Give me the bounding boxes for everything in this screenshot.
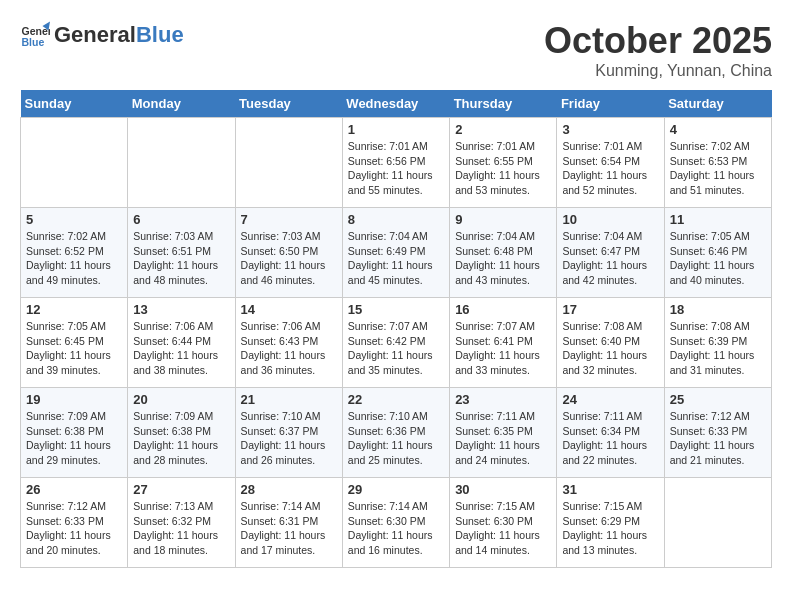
day-info: Sunrise: 7:05 AMSunset: 6:46 PMDaylight:…: [670, 229, 766, 288]
calendar-table: SundayMondayTuesdayWednesdayThursdayFrid…: [20, 90, 772, 568]
calendar-cell: 23Sunrise: 7:11 AMSunset: 6:35 PMDayligh…: [450, 388, 557, 478]
day-info: Sunrise: 7:10 AMSunset: 6:36 PMDaylight:…: [348, 409, 444, 468]
day-number: 3: [562, 122, 658, 137]
day-info: Sunrise: 7:07 AMSunset: 6:41 PMDaylight:…: [455, 319, 551, 378]
calendar-cell: [664, 478, 771, 568]
calendar-cell: 22Sunrise: 7:10 AMSunset: 6:36 PMDayligh…: [342, 388, 449, 478]
calendar-week-3: 12Sunrise: 7:05 AMSunset: 6:45 PMDayligh…: [21, 298, 772, 388]
weekday-header-wednesday: Wednesday: [342, 90, 449, 118]
calendar-cell: 21Sunrise: 7:10 AMSunset: 6:37 PMDayligh…: [235, 388, 342, 478]
day-number: 6: [133, 212, 229, 227]
day-number: 11: [670, 212, 766, 227]
day-info: Sunrise: 7:12 AMSunset: 6:33 PMDaylight:…: [670, 409, 766, 468]
day-info: Sunrise: 7:09 AMSunset: 6:38 PMDaylight:…: [26, 409, 122, 468]
day-info: Sunrise: 7:14 AMSunset: 6:31 PMDaylight:…: [241, 499, 337, 558]
day-info: Sunrise: 7:08 AMSunset: 6:40 PMDaylight:…: [562, 319, 658, 378]
day-number: 22: [348, 392, 444, 407]
day-info: Sunrise: 7:06 AMSunset: 6:44 PMDaylight:…: [133, 319, 229, 378]
weekday-header-saturday: Saturday: [664, 90, 771, 118]
calendar-cell: 31Sunrise: 7:15 AMSunset: 6:29 PMDayligh…: [557, 478, 664, 568]
day-number: 25: [670, 392, 766, 407]
calendar-cell: 11Sunrise: 7:05 AMSunset: 6:46 PMDayligh…: [664, 208, 771, 298]
day-info: Sunrise: 7:11 AMSunset: 6:35 PMDaylight:…: [455, 409, 551, 468]
calendar-cell: 1Sunrise: 7:01 AMSunset: 6:56 PMDaylight…: [342, 118, 449, 208]
day-number: 9: [455, 212, 551, 227]
calendar-cell: [235, 118, 342, 208]
day-number: 30: [455, 482, 551, 497]
calendar-cell: 6Sunrise: 7:03 AMSunset: 6:51 PMDaylight…: [128, 208, 235, 298]
day-number: 24: [562, 392, 658, 407]
day-info: Sunrise: 7:08 AMSunset: 6:39 PMDaylight:…: [670, 319, 766, 378]
day-info: Sunrise: 7:05 AMSunset: 6:45 PMDaylight:…: [26, 319, 122, 378]
day-number: 29: [348, 482, 444, 497]
day-info: Sunrise: 7:04 AMSunset: 6:47 PMDaylight:…: [562, 229, 658, 288]
calendar-cell: 27Sunrise: 7:13 AMSunset: 6:32 PMDayligh…: [128, 478, 235, 568]
calendar-cell: 3Sunrise: 7:01 AMSunset: 6:54 PMDaylight…: [557, 118, 664, 208]
day-info: Sunrise: 7:07 AMSunset: 6:42 PMDaylight:…: [348, 319, 444, 378]
day-number: 27: [133, 482, 229, 497]
day-info: Sunrise: 7:12 AMSunset: 6:33 PMDaylight:…: [26, 499, 122, 558]
calendar-cell: 14Sunrise: 7:06 AMSunset: 6:43 PMDayligh…: [235, 298, 342, 388]
day-info: Sunrise: 7:09 AMSunset: 6:38 PMDaylight:…: [133, 409, 229, 468]
day-number: 21: [241, 392, 337, 407]
calendar-cell: 2Sunrise: 7:01 AMSunset: 6:55 PMDaylight…: [450, 118, 557, 208]
calendar-cell: 25Sunrise: 7:12 AMSunset: 6:33 PMDayligh…: [664, 388, 771, 478]
calendar-cell: 17Sunrise: 7:08 AMSunset: 6:40 PMDayligh…: [557, 298, 664, 388]
day-number: 8: [348, 212, 444, 227]
location: Kunming, Yunnan, China: [544, 62, 772, 80]
day-number: 26: [26, 482, 122, 497]
day-info: Sunrise: 7:01 AMSunset: 6:56 PMDaylight:…: [348, 139, 444, 198]
day-info: Sunrise: 7:04 AMSunset: 6:48 PMDaylight:…: [455, 229, 551, 288]
day-info: Sunrise: 7:01 AMSunset: 6:55 PMDaylight:…: [455, 139, 551, 198]
page-header: General Blue GeneralBlue October 2025 Ku…: [20, 20, 772, 80]
day-number: 31: [562, 482, 658, 497]
calendar-cell: 4Sunrise: 7:02 AMSunset: 6:53 PMDaylight…: [664, 118, 771, 208]
day-info: Sunrise: 7:10 AMSunset: 6:37 PMDaylight:…: [241, 409, 337, 468]
calendar-cell: 5Sunrise: 7:02 AMSunset: 6:52 PMDaylight…: [21, 208, 128, 298]
calendar-cell: 28Sunrise: 7:14 AMSunset: 6:31 PMDayligh…: [235, 478, 342, 568]
day-number: 18: [670, 302, 766, 317]
day-number: 12: [26, 302, 122, 317]
day-number: 23: [455, 392, 551, 407]
calendar-cell: 19Sunrise: 7:09 AMSunset: 6:38 PMDayligh…: [21, 388, 128, 478]
calendar-cell: 26Sunrise: 7:12 AMSunset: 6:33 PMDayligh…: [21, 478, 128, 568]
day-number: 13: [133, 302, 229, 317]
logo-icon: General Blue: [20, 20, 50, 50]
weekday-header-friday: Friday: [557, 90, 664, 118]
calendar-cell: 8Sunrise: 7:04 AMSunset: 6:49 PMDaylight…: [342, 208, 449, 298]
day-info: Sunrise: 7:04 AMSunset: 6:49 PMDaylight:…: [348, 229, 444, 288]
day-number: 1: [348, 122, 444, 137]
calendar-week-2: 5Sunrise: 7:02 AMSunset: 6:52 PMDaylight…: [21, 208, 772, 298]
weekday-header-row: SundayMondayTuesdayWednesdayThursdayFrid…: [21, 90, 772, 118]
month-title: October 2025: [544, 20, 772, 62]
calendar-cell: 10Sunrise: 7:04 AMSunset: 6:47 PMDayligh…: [557, 208, 664, 298]
calendar-week-1: 1Sunrise: 7:01 AMSunset: 6:56 PMDaylight…: [21, 118, 772, 208]
calendar-cell: 29Sunrise: 7:14 AMSunset: 6:30 PMDayligh…: [342, 478, 449, 568]
day-number: 16: [455, 302, 551, 317]
day-number: 2: [455, 122, 551, 137]
calendar-cell: 20Sunrise: 7:09 AMSunset: 6:38 PMDayligh…: [128, 388, 235, 478]
calendar-week-4: 19Sunrise: 7:09 AMSunset: 6:38 PMDayligh…: [21, 388, 772, 478]
calendar-cell: 13Sunrise: 7:06 AMSunset: 6:44 PMDayligh…: [128, 298, 235, 388]
weekday-header-tuesday: Tuesday: [235, 90, 342, 118]
calendar-cell: 24Sunrise: 7:11 AMSunset: 6:34 PMDayligh…: [557, 388, 664, 478]
calendar-cell: 15Sunrise: 7:07 AMSunset: 6:42 PMDayligh…: [342, 298, 449, 388]
day-number: 20: [133, 392, 229, 407]
calendar-cell: 18Sunrise: 7:08 AMSunset: 6:39 PMDayligh…: [664, 298, 771, 388]
day-number: 28: [241, 482, 337, 497]
calendar-cell: [21, 118, 128, 208]
calendar-cell: 16Sunrise: 7:07 AMSunset: 6:41 PMDayligh…: [450, 298, 557, 388]
weekday-header-sunday: Sunday: [21, 90, 128, 118]
day-info: Sunrise: 7:14 AMSunset: 6:30 PMDaylight:…: [348, 499, 444, 558]
day-number: 14: [241, 302, 337, 317]
day-info: Sunrise: 7:11 AMSunset: 6:34 PMDaylight:…: [562, 409, 658, 468]
day-number: 19: [26, 392, 122, 407]
calendar-cell: 30Sunrise: 7:15 AMSunset: 6:30 PMDayligh…: [450, 478, 557, 568]
day-info: Sunrise: 7:01 AMSunset: 6:54 PMDaylight:…: [562, 139, 658, 198]
calendar-cell: 7Sunrise: 7:03 AMSunset: 6:50 PMDaylight…: [235, 208, 342, 298]
calendar-cell: 9Sunrise: 7:04 AMSunset: 6:48 PMDaylight…: [450, 208, 557, 298]
day-info: Sunrise: 7:13 AMSunset: 6:32 PMDaylight:…: [133, 499, 229, 558]
weekday-header-thursday: Thursday: [450, 90, 557, 118]
day-number: 7: [241, 212, 337, 227]
day-info: Sunrise: 7:15 AMSunset: 6:30 PMDaylight:…: [455, 499, 551, 558]
